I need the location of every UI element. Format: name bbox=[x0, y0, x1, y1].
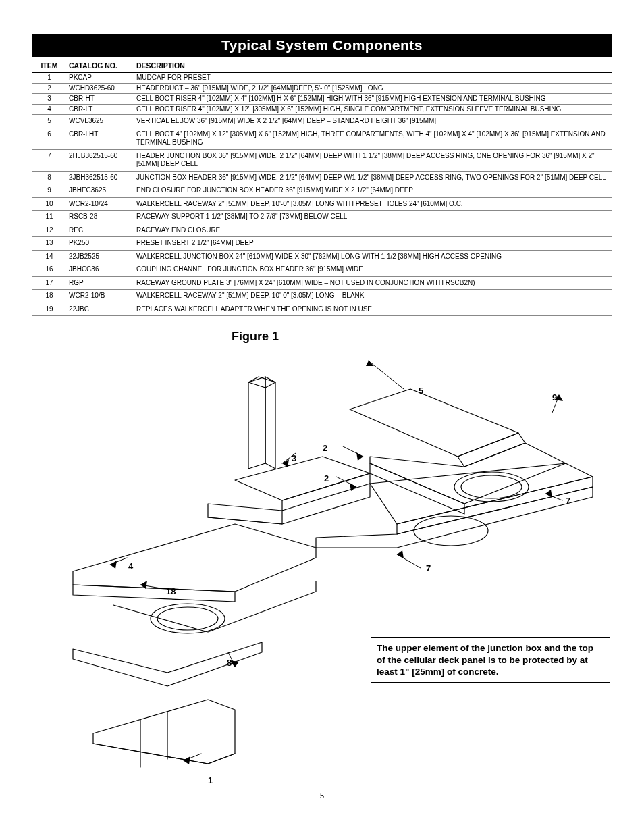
section-title: Typical System Components bbox=[32, 34, 612, 57]
cell-catalog: 22JB2525 bbox=[66, 250, 134, 263]
cell-item: 19 bbox=[32, 303, 66, 316]
cell-description: RACEWAY END CLOSURE bbox=[134, 224, 612, 237]
table-row: 3CBR-HTCELL BOOT RISER 4" [102MM] X 4" [… bbox=[32, 94, 612, 105]
cell-catalog: RSCB-28 bbox=[66, 211, 134, 224]
exploded-diagram bbox=[32, 321, 612, 787]
cell-catalog: JBHCC36 bbox=[66, 263, 134, 277]
cell-item: 7 bbox=[32, 149, 66, 171]
cell-catalog: CBR-LT bbox=[66, 104, 134, 115]
cell-item: 18 bbox=[32, 290, 66, 303]
cell-item: 6 bbox=[32, 128, 66, 149]
table-row: 72HJB362515-60HEADER JUNCTION BOX 36" [9… bbox=[32, 149, 612, 171]
cell-item: 5 bbox=[32, 115, 66, 128]
cell-item: 2 bbox=[32, 83, 66, 94]
cell-description: WALKERCELL RACEWAY 2" [51MM] DEEP, 10'-0… bbox=[134, 197, 612, 211]
concrete-note: The upper element of the junction box an… bbox=[371, 637, 610, 683]
svg-point-1 bbox=[461, 475, 522, 498]
cell-description: REPLACES WALKERCELL ADAPTER WHEN THE OPE… bbox=[134, 303, 612, 316]
cell-description: PRESET INSERT 2 1/2" [64MM] DEEP bbox=[134, 237, 612, 251]
cell-catalog: WCVL3625 bbox=[66, 115, 134, 128]
cell-catalog: 2HJB362515-60 bbox=[66, 149, 134, 171]
cell-catalog: CBR-HT bbox=[66, 94, 134, 105]
col-item: ITEM bbox=[32, 57, 66, 73]
cell-catalog: WCHD3625-60 bbox=[66, 83, 134, 94]
cell-item: 8 bbox=[32, 171, 66, 184]
callout-8: 8 bbox=[227, 658, 232, 668]
cell-item: 3 bbox=[32, 94, 66, 105]
cell-catalog: RGP bbox=[66, 276, 134, 290]
table-row: 82JBH362515-60JUNCTION BOX HEADER 36" [9… bbox=[32, 171, 612, 184]
callout-3: 3 bbox=[292, 453, 296, 463]
cell-description: VERTICAL ELBOW 36" [915MM] WIDE X 2 1/2"… bbox=[134, 115, 612, 128]
svg-point-2 bbox=[414, 516, 488, 546]
cell-item: 16 bbox=[32, 263, 66, 277]
cell-catalog: 2JBH362515-60 bbox=[66, 171, 134, 184]
table-row: 1PKCAPMUDCAP FOR PRESET bbox=[32, 73, 612, 84]
callout-7a: 7 bbox=[566, 496, 570, 506]
cell-item: 14 bbox=[32, 250, 66, 263]
cell-item: 13 bbox=[32, 237, 66, 251]
cell-catalog: WCR2-10/24 bbox=[66, 197, 134, 211]
table-row: 18WCR2-10/BWALKERCELL RACEWAY 2" [51MM] … bbox=[32, 290, 612, 303]
cell-item: 4 bbox=[32, 104, 66, 115]
table-row: 10WCR2-10/24WALKERCELL RACEWAY 2" [51MM]… bbox=[32, 197, 612, 211]
col-catalog: CATALOG NO. bbox=[66, 57, 134, 73]
table-row: 4CBR-LTCELL BOOT RISER 4" [102MM] X 12" … bbox=[32, 104, 612, 115]
cell-description: COUPLING CHANNEL FOR JUNCTION BOX HEADER… bbox=[134, 263, 612, 277]
figure-1: Figure 1 bbox=[32, 321, 612, 787]
table-row: 17RGPRACEWAY GROUND PLATE 3" [76MM] X 24… bbox=[32, 276, 612, 290]
callout-4: 4 bbox=[128, 561, 133, 571]
col-description: DESCRIPTION bbox=[134, 57, 612, 73]
cell-item: 17 bbox=[32, 276, 66, 290]
table-row: 13PK250PRESET INSERT 2 1/2" [64MM] DEEP bbox=[32, 237, 612, 251]
cell-item: 11 bbox=[32, 211, 66, 224]
cell-description: END CLOSURE FOR JUNCTION BOX HEADER 36" … bbox=[134, 184, 612, 198]
cell-description: MUDCAP FOR PRESET bbox=[134, 73, 612, 84]
cell-item: 12 bbox=[32, 224, 66, 237]
cell-catalog: PKCAP bbox=[66, 73, 134, 84]
cell-catalog: CBR-LHT bbox=[66, 128, 134, 149]
table-row: 12RECRACEWAY END CLOSURE bbox=[32, 224, 612, 237]
components-table: ITEM CATALOG NO. DESCRIPTION 1PKCAPMUDCA… bbox=[32, 57, 612, 316]
cell-description: HEADERDUCT – 36" [915MM] WIDE, 2 1/2" [6… bbox=[134, 83, 612, 94]
svg-point-0 bbox=[454, 472, 529, 502]
callout-2b: 2 bbox=[324, 473, 329, 484]
callout-1: 1 bbox=[208, 775, 213, 785]
cell-catalog: JBHEC3625 bbox=[66, 184, 134, 198]
table-row: 2WCHD3625-60HEADERDUCT – 36" [915MM] WID… bbox=[32, 83, 612, 94]
table-row: 5WCVL3625VERTICAL ELBOW 36" [915MM] WIDE… bbox=[32, 115, 612, 128]
cell-item: 10 bbox=[32, 197, 66, 211]
cell-description: RACEWAY GROUND PLATE 3" [76MM] X 24" [61… bbox=[134, 276, 612, 290]
cell-catalog: 22JBC bbox=[66, 303, 134, 316]
cell-catalog: PK250 bbox=[66, 237, 134, 251]
callout-18: 18 bbox=[166, 586, 176, 596]
table-row: 11RSCB-28RACEWAY SUPPORT 1 1/2" [38MM] T… bbox=[32, 211, 612, 224]
cell-description: JUNCTION BOX HEADER 36" [915MM] WIDE, 2 … bbox=[134, 171, 612, 184]
cell-description: CELL BOOT 4" [102MM] X 12" [305MM] X 6" … bbox=[134, 128, 612, 149]
table-row: 9JBHEC3625END CLOSURE FOR JUNCTION BOX H… bbox=[32, 184, 612, 198]
cell-catalog: WCR2-10/B bbox=[66, 290, 134, 303]
cell-description: CELL BOOT RISER 4" [102MM] X 4" [102MM] … bbox=[134, 94, 612, 105]
table-row: 16JBHCC36COUPLING CHANNEL FOR JUNCTION B… bbox=[32, 263, 612, 277]
table-row: 1422JB2525WALKERCELL JUNCTION BOX 24" [6… bbox=[32, 250, 612, 263]
page-number: 5 bbox=[32, 791, 612, 800]
cell-description: WALKERCELL RACEWAY 2" [51MM] DEEP, 10'-0… bbox=[134, 290, 612, 303]
cell-item: 9 bbox=[32, 184, 66, 198]
cell-description: RACEWAY SUPPORT 1 1/2" [38MM] TO 2 7/8" … bbox=[134, 211, 612, 224]
cell-description: HEADER JUNCTION BOX 36" [915MM] WIDE, 2 … bbox=[134, 149, 612, 171]
cell-catalog: REC bbox=[66, 224, 134, 237]
callout-2a: 2 bbox=[323, 443, 327, 453]
cell-description: WALKERCELL JUNCTION BOX 24" [610MM] WIDE… bbox=[134, 250, 612, 263]
callout-7b: 7 bbox=[426, 563, 431, 573]
table-row: 6CBR-LHTCELL BOOT 4" [102MM] X 12" [305M… bbox=[32, 128, 612, 149]
table-row: 1922JBCREPLACES WALKERCELL ADAPTER WHEN … bbox=[32, 303, 612, 316]
cell-item: 1 bbox=[32, 73, 66, 84]
callout-5: 5 bbox=[419, 386, 423, 396]
cell-description: CELL BOOT RISER 4" [102MM] X 12" [305MM]… bbox=[134, 104, 612, 115]
callout-9: 9 bbox=[552, 392, 557, 402]
